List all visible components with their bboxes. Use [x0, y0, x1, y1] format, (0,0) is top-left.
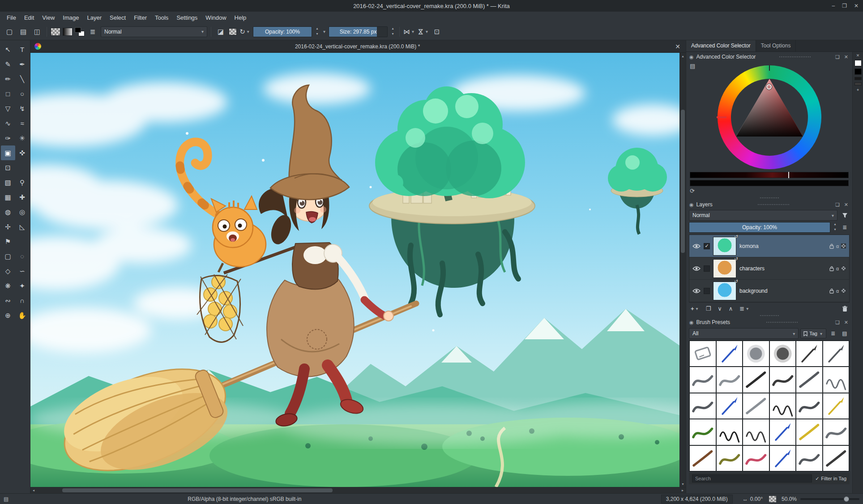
layer-filter-icon[interactable] [840, 210, 850, 220]
minimize-button[interactable]: – [832, 3, 835, 9]
mirror-horizontal-icon[interactable]: ⋈▾ [403, 26, 415, 38]
pan-tool[interactable]: ✋ [15, 308, 30, 323]
edit-shapes-tool[interactable]: ✎ [1, 57, 15, 72]
blending-mode-select[interactable]: Normal ▾ [101, 26, 207, 37]
move-layer-down-button[interactable]: ∨ [718, 305, 722, 312]
scroll-left-icon[interactable]: ◂ [30, 488, 37, 492]
shade-selector-bar[interactable] [690, 172, 849, 178]
brush-settings-icon[interactable]: ≣ [87, 26, 98, 38]
close-docker-icon[interactable]: ✕ [843, 54, 849, 60]
docker-drag-handle[interactable] [766, 322, 798, 323]
vscroll-track[interactable] [680, 59, 686, 481]
brush-preset[interactable] [690, 419, 716, 444]
shade-selector-bar-2[interactable] [690, 180, 849, 186]
smart-patch-tool[interactable]: ✚ [15, 190, 30, 205]
layer-visibility-eye-icon[interactable] [692, 243, 701, 249]
preserve-alpha-icon[interactable] [229, 28, 237, 35]
foreground-background-color-icon[interactable] [75, 27, 85, 36]
color-wheel[interactable] [718, 65, 821, 169]
menu-item[interactable]: Help [231, 13, 251, 22]
contiguous-select-tool[interactable]: ✦ [15, 278, 30, 293]
close-docker-icon[interactable]: ✕ [843, 202, 849, 208]
brush-preset[interactable] [823, 393, 849, 419]
eraser-mode-icon[interactable]: ◪ [215, 26, 226, 38]
selection-mode-icon[interactable]: ▤ [4, 496, 9, 502]
add-layer-button[interactable]: +▾ [691, 305, 699, 312]
docker-separator[interactable] [686, 314, 852, 317]
color-sampler-tool[interactable]: ⚲ [15, 175, 30, 190]
ellipse-select-tool[interactable]: ◌ [15, 249, 30, 264]
gradient-swatch-icon[interactable] [51, 28, 60, 36]
hscroll-track[interactable] [37, 487, 679, 493]
alpha-lock-icon[interactable]: α [836, 266, 839, 271]
brush-preset[interactable] [743, 446, 769, 471]
polyline-tool[interactable]: ↯ [15, 101, 30, 116]
brush-preset[interactable] [770, 367, 796, 392]
saturation-value-triangle[interactable] [718, 65, 821, 169]
lock-icon[interactable] [829, 288, 834, 294]
bezier-select-tool[interactable]: ∾ [1, 293, 15, 308]
close-button[interactable]: ✕ [854, 3, 859, 9]
menu-item[interactable]: Filter [130, 13, 151, 22]
text-tool[interactable]: T [15, 42, 30, 57]
tab-advanced-color-selector[interactable]: Advanced Color Selector [686, 40, 756, 51]
background-pattern-icon[interactable] [769, 496, 776, 502]
layer-opacity-slider[interactable]: Opacity: 100% [689, 222, 830, 233]
brush-preset[interactable] [770, 393, 796, 419]
layer-name[interactable]: characters [739, 265, 826, 272]
brush-preset[interactable] [743, 419, 769, 444]
layer-options-menu-icon[interactable]: ≣ [840, 222, 850, 232]
zoom-tool[interactable]: ⊕ [1, 308, 15, 323]
brush-preset[interactable] [690, 341, 716, 366]
tab-tool-options[interactable]: Tool Options [756, 40, 796, 51]
brush-preset[interactable] [717, 419, 743, 444]
menu-item[interactable]: Settings [172, 13, 201, 22]
move-layer-up-button[interactable]: ∧ [729, 305, 733, 312]
menu-item[interactable]: View [38, 13, 59, 22]
bezier-curve-tool[interactable]: ∿ [1, 116, 15, 131]
vertical-scrollbar[interactable]: ▴ ▾ [679, 53, 686, 487]
menu-item[interactable]: Edit [20, 13, 38, 22]
float-docker-icon[interactable]: ❏ [834, 320, 841, 325]
brush-preset[interactable] [823, 419, 849, 444]
brush-preset[interactable] [770, 446, 796, 471]
brush-preset[interactable] [770, 419, 796, 444]
layer-name[interactable]: komona [739, 243, 826, 249]
pattern-tool[interactable]: ▦ [1, 190, 15, 205]
layer-row[interactable]: ✓ ↺ komona α [689, 235, 849, 257]
inherit-alpha-icon[interactable] [841, 266, 846, 271]
layer-thumbnail[interactable]: ↺ [713, 237, 736, 256]
line-tool[interactable]: ╲ [15, 72, 30, 86]
fill-tool[interactable]: ◍ [1, 205, 15, 219]
filter-in-tag-toggle[interactable]: ✓ Filter in Tag [815, 476, 846, 482]
brush-preset[interactable] [796, 446, 822, 471]
layer-thumbnail[interactable]: ↺ [713, 282, 736, 300]
opacity-slider[interactable]: Opacity: 100% [253, 26, 312, 37]
open-document-icon[interactable]: ▤ [17, 26, 29, 38]
horizontal-scrollbar[interactable]: ◂ ▸ [30, 487, 686, 493]
chevron-down-icon[interactable]: ▾ [322, 29, 326, 34]
layer-name[interactable]: background [739, 288, 826, 294]
docker-separator[interactable] [686, 196, 852, 200]
history-color-swatch[interactable] [854, 82, 862, 85]
view-list-icon[interactable]: ≣ [828, 329, 838, 338]
float-docker-icon[interactable]: ❏ [834, 54, 841, 60]
docker-drag-handle[interactable] [758, 204, 789, 205]
strip-close-icon[interactable]: ✕ [856, 53, 860, 58]
reference-images-tool[interactable]: ⚑ [1, 234, 15, 249]
ellipse-tool[interactable]: ○ [15, 86, 30, 101]
brush-preset[interactable] [690, 393, 716, 419]
crop-tool[interactable]: ⊡ [1, 160, 15, 175]
inherit-alpha-icon[interactable] [841, 288, 846, 293]
hscroll-thumb[interactable] [62, 488, 332, 492]
measure-tool[interactable]: ◺ [15, 219, 30, 234]
brush-preset[interactable] [823, 341, 849, 366]
close-docker-icon[interactable]: ✕ [843, 320, 849, 325]
gradient-tool[interactable]: ▧ [1, 175, 15, 190]
layer-select-checkbox[interactable]: ✓ [704, 243, 710, 249]
wrap-around-icon[interactable]: ⊡ [431, 26, 443, 38]
magnetic-select-tool[interactable]: ∩ [15, 293, 30, 308]
alpha-lock-icon[interactable]: α [836, 288, 839, 294]
brush-preset[interactable] [717, 367, 743, 392]
rectangle-tool[interactable]: □ [1, 86, 15, 101]
